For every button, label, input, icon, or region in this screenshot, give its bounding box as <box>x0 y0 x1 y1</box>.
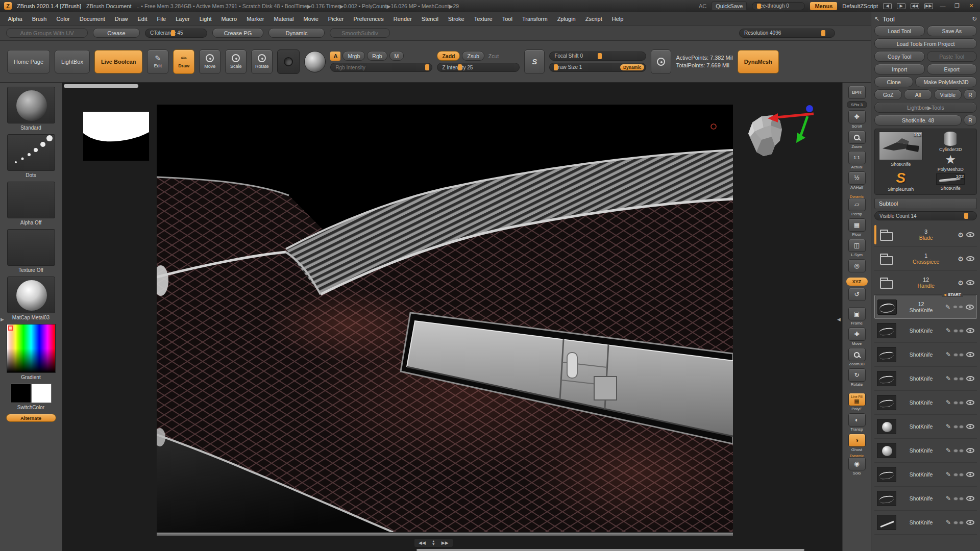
alpha-selector[interactable]: Alpha Off <box>7 182 55 226</box>
draw-button[interactable]: ✏ Draw <box>173 49 194 74</box>
menu-macro[interactable]: Macro <box>216 12 242 25</box>
export-button[interactable]: Export <box>927 64 977 74</box>
reset-palette-icon[interactable]: ↻ <box>972 15 977 22</box>
goz-all-button[interactable]: All <box>904 89 932 100</box>
menu-material[interactable]: Material <box>269 12 299 25</box>
copy-tool-button[interactable]: Copy Tool <box>874 51 925 62</box>
visibility-eye-icon[interactable] <box>966 496 974 501</box>
texture-selector[interactable]: Texture Off <box>7 229 55 273</box>
menu-zplugin[interactable]: Zplugin <box>552 12 580 25</box>
subtool-folder-handle[interactable]: 12 Handle ⚙ <box>874 271 977 295</box>
menu-stroke[interactable]: Stroke <box>443 12 469 25</box>
monitor-right-icon[interactable]: ▶▶ <box>924 3 933 9</box>
subtool-section-header[interactable]: Subtool <box>874 198 977 209</box>
menu-transform[interactable]: Transform <box>517 12 552 25</box>
subtool-thumbnail[interactable] <box>877 347 896 362</box>
goz-visible-button[interactable]: Visible <box>934 89 962 100</box>
menu-brush[interactable]: Brush <box>27 12 52 25</box>
bottom-scrollbar[interactable] <box>416 549 804 551</box>
polypaint-pen-icon[interactable]: ✎ <box>946 375 951 382</box>
zbrush-document[interactable] <box>157 105 733 532</box>
persp-button[interactable]: ▱ <box>848 198 866 211</box>
tool-r-button[interactable]: R <box>964 115 977 126</box>
menu-file[interactable]: File <box>152 12 171 25</box>
slider-thumb[interactable] <box>554 64 558 70</box>
subtool-thumbnail[interactable] <box>877 371 896 386</box>
visibility-eye-icon[interactable] <box>966 400 974 405</box>
polypaint-pen-icon[interactable]: ✎ <box>946 423 951 430</box>
matcap-thumbnail[interactable] <box>7 277 55 313</box>
floor-button[interactable]: ▦ <box>848 218 866 232</box>
move-camera-button[interactable]: ✚ <box>848 328 866 341</box>
xyz-symmetry-button[interactable]: XYZ <box>846 278 868 286</box>
menu-color[interactable]: Color <box>52 12 75 25</box>
subtool-row[interactable]: ShotKnife ✎ <box>874 367 977 391</box>
folder-gear-icon[interactable]: ⚙ <box>958 279 964 287</box>
zadd-button[interactable]: Zadd <box>437 51 460 61</box>
subtool-toggles[interactable] <box>953 401 964 405</box>
goz-r-button[interactable]: R <box>964 89 977 100</box>
right-tray-toggle[interactable]: ◀ <box>837 317 841 322</box>
polypaint-pen-icon[interactable]: ✎ <box>946 351 951 358</box>
visibility-eye-icon[interactable] <box>966 352 974 357</box>
detach-cursor-icon[interactable]: ↖ <box>874 15 879 22</box>
menus-button[interactable]: Menus <box>810 2 837 10</box>
scroll-left-icon[interactable]: ◀◀ <box>419 540 426 545</box>
monitor-left-icon[interactable]: ◀◀ <box>911 3 919 9</box>
solo-button[interactable]: ◉ <box>848 457 866 470</box>
subtool-row[interactable]: ShotKnife ✎ <box>874 343 977 367</box>
visibility-eye-icon[interactable] <box>966 256 974 261</box>
rotate-camera-button[interactable]: ↻ <box>848 368 866 382</box>
brush-selector[interactable]: Standard <box>7 87 55 131</box>
scroll-button[interactable]: ✥ <box>848 110 866 123</box>
canvas-scroll-controls[interactable]: ◀◀ ▲ ▼ ▶▶ <box>414 539 453 547</box>
texture-off-thumbnail[interactable] <box>7 229 55 266</box>
smooth-subdiv-button[interactable]: SmoothSubdiv <box>330 28 390 38</box>
visibility-eye-icon[interactable] <box>966 232 974 237</box>
alpha-off-thumbnail[interactable] <box>7 182 55 218</box>
load-tool-button[interactable]: Load Tool <box>874 26 925 36</box>
move-ui-left-icon[interactable]: ◀ <box>883 3 892 9</box>
rgb-intensity-slider[interactable]: Rgb Intensity <box>330 63 432 72</box>
slider-thumb[interactable] <box>458 64 462 70</box>
menu-document[interactable]: Document <box>75 12 110 25</box>
load-tools-from-project-button[interactable]: Load Tools From Project <box>874 38 977 49</box>
ctolerance-slider[interactable]: CTolerance 45 <box>145 29 207 38</box>
menu-alpha[interactable]: Alpha <box>3 12 27 25</box>
left-tray-toggle[interactable]: ▶ <box>1 317 4 322</box>
menu-draw[interactable]: Draw <box>110 12 133 25</box>
close-button[interactable]: ✕ <box>967 3 976 9</box>
subtool-thumbnail[interactable] <box>877 323 896 338</box>
dynamesh-button[interactable]: DynaMesh <box>738 50 779 73</box>
visibility-eye-icon[interactable] <box>966 280 974 285</box>
aahalf-button[interactable]: ½ <box>848 171 866 185</box>
subtool-row[interactable]: ShotKnife ✎ <box>874 463 977 487</box>
menu-movie[interactable]: Movie <box>299 12 323 25</box>
resolution-slider[interactable]: Resolution 4096 <box>739 29 835 38</box>
menu-edit[interactable]: Edit <box>133 12 152 25</box>
alternate-button[interactable]: Alternate <box>6 414 56 422</box>
menu-help[interactable]: Help <box>607 12 628 25</box>
scale-button[interactable]: Scale <box>225 49 247 74</box>
subtool-thumbnail[interactable] <box>877 299 897 315</box>
subtool-row[interactable]: ShotKnife ✎ <box>874 391 977 415</box>
dynamic-button[interactable]: Dynamic <box>268 28 325 38</box>
polypaint-pen-icon[interactable]: ✎ <box>945 304 950 311</box>
current-material-button[interactable] <box>304 51 326 72</box>
subtool-thumbnail[interactable] <box>877 395 896 410</box>
stroke-type-button[interactable]: S <box>524 49 545 74</box>
orbit-button[interactable]: ↺ <box>848 288 866 301</box>
slider-thumb[interactable] <box>598 53 602 59</box>
polypaint-pen-icon[interactable]: ✎ <box>946 471 951 478</box>
shotknife-tool[interactable]: 102 ShotKnife <box>936 173 965 191</box>
visibility-eye-icon[interactable] <box>966 305 974 310</box>
see-through-slider[interactable]: See-through 0 <box>752 2 805 10</box>
menu-tool[interactable]: Tool <box>497 12 517 25</box>
slider-thumb[interactable] <box>171 30 175 36</box>
edit-button[interactable]: ✎ Edit <box>147 49 168 74</box>
folder-gear-icon[interactable]: ⚙ <box>958 231 964 239</box>
zoom3d-button[interactable] <box>848 348 866 361</box>
mrgb-button[interactable]: Mrgb <box>342 51 365 61</box>
move-button[interactable]: Move <box>199 49 220 74</box>
subtool-folder-blade[interactable]: 3 Blade ⚙ <box>874 223 977 247</box>
